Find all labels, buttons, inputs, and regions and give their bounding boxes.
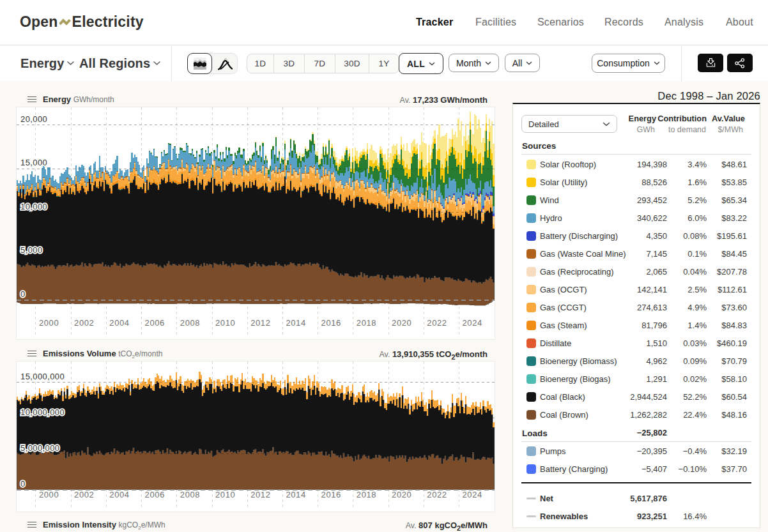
svg-text:2010: 2010 — [215, 490, 235, 499]
svg-text:2022: 2022 — [427, 490, 447, 499]
svg-text:2012: 2012 — [250, 318, 270, 328]
svg-text:2022: 2022 — [427, 318, 447, 328]
svg-text:15,000,000: 15,000,000 — [20, 372, 65, 381]
svg-text:15,000: 15,000 — [20, 158, 47, 167]
svg-text:2010: 2010 — [215, 318, 235, 328]
svg-text:2014: 2014 — [286, 490, 305, 499]
svg-text:2014: 2014 — [286, 318, 305, 328]
svg-text:5,000,000: 5,000,000 — [20, 443, 59, 453]
svg-text:10,000: 10,000 — [20, 202, 47, 211]
svg-text:2002: 2002 — [74, 318, 94, 328]
svg-text:2004: 2004 — [109, 318, 129, 328]
svg-text:10,000,000: 10,000,000 — [20, 407, 65, 417]
svg-text:2004: 2004 — [109, 490, 129, 499]
svg-text:2016: 2016 — [321, 490, 341, 499]
svg-text:2018: 2018 — [357, 490, 376, 499]
svg-text:2024: 2024 — [463, 490, 482, 499]
svg-text:2020: 2020 — [392, 490, 411, 499]
svg-text:2012: 2012 — [250, 490, 270, 499]
svg-text:0: 0 — [20, 479, 26, 489]
svg-text:20,000: 20,000 — [20, 114, 47, 124]
svg-text:2016: 2016 — [321, 318, 341, 328]
svg-text:2008: 2008 — [180, 318, 200, 328]
svg-text:2000: 2000 — [39, 318, 59, 328]
svg-text:5,000: 5,000 — [20, 245, 43, 255]
svg-text:2018: 2018 — [357, 318, 376, 328]
svg-text:2024: 2024 — [463, 318, 482, 328]
svg-text:0: 0 — [20, 289, 26, 299]
svg-text:2006: 2006 — [145, 318, 165, 328]
svg-text:2008: 2008 — [180, 490, 200, 499]
svg-text:2006: 2006 — [145, 490, 165, 499]
svg-text:2000: 2000 — [39, 490, 59, 499]
svg-text:2002: 2002 — [74, 490, 94, 499]
svg-text:2020: 2020 — [392, 318, 411, 328]
